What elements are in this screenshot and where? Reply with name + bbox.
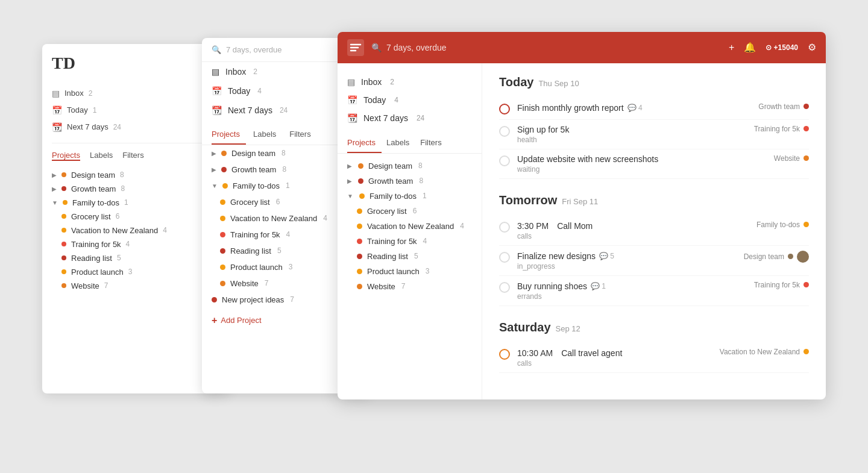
sidebar-proj-reading[interactable]: Reading list 5 [338, 249, 482, 264]
middle-tab-filters[interactable]: Filters [289, 125, 316, 145]
back-tab-projects[interactable]: Projects [52, 151, 80, 161]
topbar-bell-button[interactable]: 🔔 [744, 42, 756, 53]
middle-proj-dot-reading [220, 248, 225, 254]
middle-tab-labels[interactable]: Labels [253, 125, 282, 145]
task-meta-call-mom: 3:30 PM Call Mom [517, 221, 749, 231]
sidebar-tabs: Projects Labels Filters [338, 134, 482, 154]
sidebar-proj-vacation[interactable]: Vacation to New Zealand 4 [338, 219, 482, 234]
back-proj-count-vacation: 4 [163, 226, 167, 234]
back-inbox-badge: 2 [89, 89, 93, 98]
back-next7-badge: 24 [113, 123, 121, 131]
sidebar-proj-dot-training [357, 239, 362, 244]
middle-proj-dot-growth [221, 167, 227, 172]
task-check-finalize-designs[interactable] [499, 252, 510, 263]
sidebar-proj-dot-family [359, 193, 365, 199]
sidebar-proj-website[interactable]: Website 7 [338, 279, 482, 294]
sidebar-tab-filters[interactable]: Filters [420, 134, 447, 153]
task-check-update-website[interactable] [499, 155, 510, 166]
topbar-karma-button[interactable]: ⊙ +15040 [766, 43, 798, 52]
sidebar-proj-product[interactable]: Product launch 3 [338, 264, 482, 279]
task-check-call-travel[interactable] [499, 349, 510, 360]
back-proj-arrow-design: ▶ [52, 172, 57, 178]
task-dot-call-mom [804, 222, 809, 227]
middle-proj-count-product: 3 [289, 263, 293, 271]
back-proj-design[interactable]: ▶ Design team 8 [52, 168, 219, 182]
topbar-actions: + 🔔 ⊙ +15040 ⚙ [729, 42, 816, 53]
sidebar-proj-growth[interactable]: ▶ Growth team 8 [338, 174, 482, 189]
back-today-badge: 1 [93, 106, 97, 114]
middle-tab-projects[interactable]: Projects [212, 125, 246, 145]
task-title-finish-growth: Finish monthly growth report [517, 103, 624, 113]
task-proj-call-travel: Vacation to New Zealand [720, 348, 800, 356]
task-sub-buy-shoes: errands [517, 292, 747, 301]
back-proj-reading[interactable]: Reading list 5 [52, 251, 219, 265]
topbar-search[interactable]: 🔍 7 days, overdue [371, 43, 722, 52]
sidebar-next7-icon: 📆 [347, 113, 357, 123]
sidebar-proj-arrow-design: ▶ [347, 163, 352, 169]
task-title-update-website: Update website with new screenshots [517, 154, 767, 164]
task-title-finalize-designs: Finalize new designs [517, 251, 596, 261]
back-proj-website[interactable]: Website 7 [52, 279, 219, 293]
back-proj-growth[interactable]: ▶ Growth team 8 [52, 182, 219, 196]
sidebar-tab-labels[interactable]: Labels [386, 134, 415, 153]
middle-proj-count-growth: 8 [282, 165, 286, 174]
task-check-buy-shoes[interactable] [499, 282, 510, 293]
back-proj-grocery[interactable]: Grocery list 6 [52, 210, 219, 224]
back-proj-product[interactable]: Product launch 3 [52, 265, 219, 279]
back-proj-dot-grocery [61, 214, 66, 219]
sidebar-proj-label-product: Product launch [367, 267, 420, 276]
task-check-signup-5k[interactable] [499, 126, 510, 137]
middle-proj-dot-website [220, 281, 225, 286]
sidebar-proj-design[interactable]: ▶ Design team 8 [338, 158, 482, 174]
task-proj-update-website: Website [774, 154, 800, 163]
main-content: ▤ Inbox 2 📅 Today 4 📆 Next 7 days 24 Pro… [338, 63, 826, 399]
task-body-finish-growth: Finish monthly growth report 💬 4 [517, 102, 751, 113]
back-proj-label-design: Design team [71, 171, 115, 180]
back-proj-dot-family [63, 200, 68, 205]
task-check-call-mom[interactable] [499, 222, 510, 233]
task-title-signup-5k: Sign up for 5k [517, 125, 747, 134]
back-proj-label-vacation: Vacation to New Zealand [71, 226, 158, 235]
middle-proj-label-newproject: New project ideas [222, 295, 284, 304]
sidebar-proj-training[interactable]: Training for 5k 4 [338, 234, 482, 249]
task-proj-buy-shoes: Training for 5k [754, 281, 800, 289]
back-today-nav[interactable]: 📅 Today 1 [52, 102, 219, 119]
sidebar-next7[interactable]: 📆 Next 7 days 24 [338, 109, 482, 127]
back-proj-label-product: Product launch [71, 268, 124, 277]
sidebar-proj-family[interactable]: ▼ Family to-dos 1 [338, 189, 482, 204]
topbar-add-button[interactable]: + [729, 42, 734, 53]
back-inbox-icon: ▤ [52, 89, 60, 98]
sidebar-proj-label-reading: Reading list [367, 252, 408, 261]
task-body-update-website: Update website with new screenshots wait… [517, 154, 767, 174]
task-update-website: Update website with new screenshots wait… [499, 149, 809, 179]
main-sidebar: ▤ Inbox 2 📅 Today 4 📆 Next 7 days 24 Pro… [338, 63, 482, 399]
topbar-search-icon: 🔍 [371, 43, 382, 52]
back-today-label: Today [67, 105, 88, 114]
saturday-header: Saturday Sep 12 [499, 321, 809, 334]
back-next7-nav[interactable]: 📆 Next 7 days 24 [52, 119, 219, 136]
sidebar-tab-projects[interactable]: Projects [347, 134, 382, 153]
back-proj-dot-growth [61, 186, 66, 191]
back-proj-vacation[interactable]: Vacation to New Zealand 4 [52, 224, 219, 237]
sidebar-inbox[interactable]: ▤ Inbox 2 [338, 73, 482, 91]
sidebar-today[interactable]: 📅 Today 4 [338, 91, 482, 109]
back-proj-label-reading: Reading list [71, 254, 112, 263]
task-check-finish-growth[interactable] [499, 104, 510, 114]
topbar-settings-button[interactable]: ⚙ [808, 42, 816, 53]
sidebar-proj-dot-design [358, 163, 363, 169]
sidebar-proj-label-family: Family to-dos [370, 192, 417, 201]
task-body-buy-shoes: Buy running shoes 💬 1 errands [517, 281, 747, 301]
task-comment-finalize-designs: 💬 5 [599, 252, 614, 260]
task-body-finalize-designs: Finalize new designs 💬 5 in_progress [517, 251, 737, 271]
back-inbox-nav[interactable]: ▤ Inbox 2 [52, 85, 219, 102]
sidebar-proj-label-training: Training for 5k [367, 237, 417, 246]
middle-proj-arrow-design: ▶ [212, 150, 216, 157]
back-proj-training[interactable]: Training for 5k 4 [52, 237, 219, 251]
back-tab-filters[interactable]: Filters [122, 151, 143, 161]
sidebar-proj-grocery[interactable]: Grocery list 6 [338, 204, 482, 219]
task-sub-call-mom: calls [517, 232, 749, 240]
task-body-signup-5k: Sign up for 5k health [517, 125, 747, 144]
back-proj-family[interactable]: ▼ Family to-dos 1 [52, 196, 219, 210]
back-tab-labels[interactable]: Labels [90, 151, 113, 161]
task-comment-buy-shoes: 💬 1 [591, 282, 606, 290]
